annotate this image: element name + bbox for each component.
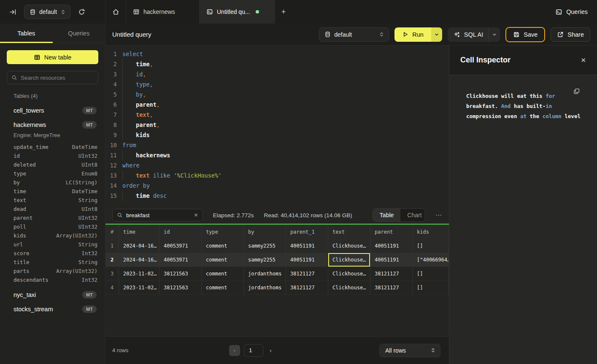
next-page-button[interactable]: ›: [267, 347, 274, 354]
table-cell[interactable]: 2023-11-02…: [119, 281, 159, 294]
sql-ai-button[interactable]: SQL AI: [448, 31, 488, 38]
results-search[interactable]: ✕: [112, 209, 203, 221]
tab-hackernews[interactable]: hackernews: [126, 0, 200, 24]
column-header-time[interactable]: time: [119, 225, 159, 239]
line-number: 10: [105, 140, 122, 150]
column-header-id[interactable]: id: [159, 225, 202, 239]
table-cell[interactable]: []: [413, 281, 449, 294]
line-text: parent,: [136, 120, 160, 130]
table-cell[interactable]: 2023-11-02…: [119, 267, 159, 280]
queries-button[interactable]: Queries: [555, 8, 588, 16]
previous-page-button[interactable]: ‹: [229, 345, 240, 356]
table-row[interactable]: 32023-11-02…38121563commentjordanthoms38…: [105, 267, 449, 281]
results-search-input[interactable]: [126, 212, 191, 218]
more-options-button[interactable]: ⋯: [435, 211, 442, 219]
table-cell[interactable]: jordanthoms: [244, 281, 286, 294]
resource-search[interactable]: [7, 71, 98, 84]
column-header-parent[interactable]: parent: [370, 225, 413, 239]
run-button[interactable]: Run: [394, 27, 431, 42]
share-button[interactable]: Share: [551, 27, 590, 42]
table-cell[interactable]: comment: [202, 239, 244, 253]
tab-home[interactable]: [106, 0, 126, 24]
table-cell[interactable]: 40053971: [159, 253, 202, 267]
table-cell[interactable]: 40051191: [286, 253, 328, 267]
save-button[interactable]: Save: [505, 27, 545, 42]
table-cell[interactable]: 38121127: [286, 267, 328, 280]
chevron-right-icon: ›: [270, 347, 272, 354]
token: order by: [122, 182, 150, 189]
sidebar-table-hackernews[interactable]: hackernewsMT: [7, 118, 98, 132]
sql-ai-label: SQL AI: [464, 31, 483, 38]
table-cell[interactable]: []: [413, 239, 449, 253]
view-toggle-chart[interactable]: Chart: [400, 209, 425, 221]
column-header-by[interactable]: by: [244, 225, 286, 239]
table-cell[interactable]: Clickhouse…: [328, 281, 370, 294]
run-options-button[interactable]: [431, 27, 442, 42]
results-empty-area: [105, 295, 449, 336]
sidebar-tab-queries[interactable]: Queries: [53, 24, 105, 43]
tab-untitled-query[interactable]: Untitled qu...: [200, 0, 275, 24]
copy-cell-button[interactable]: [573, 88, 580, 95]
column-type: Enum8: [81, 170, 97, 177]
sidebar-table-cell_towers[interactable]: cell_towersMT: [7, 103, 98, 118]
table-cell[interactable]: 40051191: [286, 239, 328, 253]
table-cell[interactable]: 38121127: [370, 281, 413, 294]
new-tab-button[interactable]: +: [275, 0, 292, 24]
column-header-#[interactable]: #: [105, 225, 119, 239]
column-header-text[interactable]: text: [328, 225, 370, 239]
sidebar-table-stocks_stream[interactable]: stocks_streamMT: [7, 302, 98, 316]
table-cell[interactable]: 38121563: [159, 281, 202, 294]
column-type: UInt32: [78, 224, 97, 230]
table-cell[interactable]: Clickhouse…: [328, 239, 370, 253]
collapse-sidebar-icon: [9, 8, 16, 16]
collapse-sidebar-button[interactable]: [8, 7, 18, 17]
table-row[interactable]: 12024-04-16…40053971commentsammy22554005…: [105, 239, 449, 253]
table-row[interactable]: 22024-04-16…40053971commentsammy22554005…: [105, 253, 449, 267]
resource-search-input[interactable]: [21, 75, 94, 81]
table-cell[interactable]: 38121127: [286, 281, 328, 294]
database-selector-top[interactable]: default: [24, 5, 70, 19]
chevron-down-icon: [492, 32, 497, 37]
sidebar-tab-tables[interactable]: Tables: [0, 24, 53, 43]
close-inspector-button[interactable]: ✕: [581, 57, 586, 64]
column-header-kids[interactable]: kids: [413, 225, 449, 239]
column-header-parent_1[interactable]: parent_1: [286, 225, 328, 239]
table-cell[interactable]: jordanthoms: [244, 267, 286, 280]
table-cell[interactable]: []: [413, 267, 449, 280]
sql-ai-options-button[interactable]: [488, 27, 500, 42]
table-cell[interactable]: comment: [202, 253, 244, 267]
table-cell[interactable]: 2024-04-16…: [119, 239, 159, 253]
cell-inspector-title: Cell Inspector: [460, 56, 511, 65]
table-cell[interactable]: sammy2255: [244, 253, 286, 267]
table-cell[interactable]: comment: [202, 281, 244, 294]
table-cell[interactable]: 38121563: [159, 267, 202, 280]
sql-editor[interactable]: 1select2time,3id,4type,5by,6parent,7text…: [105, 46, 449, 207]
column-name: url: [14, 241, 23, 248]
new-table-button[interactable]: New table: [7, 50, 98, 64]
table-cell[interactable]: 40053971: [159, 239, 202, 253]
cell-value-token: column: [543, 113, 562, 119]
table-cell[interactable]: 2024-04-16…: [119, 253, 159, 267]
view-toggle-table[interactable]: Table: [373, 209, 400, 221]
table-row[interactable]: 42023-11-02…38121563commentjordanthoms38…: [105, 281, 449, 295]
token: parent: [136, 101, 157, 108]
table-icon: [133, 8, 140, 15]
refresh-button[interactable]: [76, 7, 87, 17]
table-cell[interactable]: Clickhouse…: [328, 267, 370, 280]
table-cell[interactable]: 38121127: [370, 267, 413, 280]
table-cell[interactable]: Clickhouse…: [328, 253, 370, 267]
clear-search-button[interactable]: ✕: [194, 212, 198, 218]
sidebar-table-nyc_taxi[interactable]: nyc_taxiMT: [7, 288, 98, 302]
page-size-selector[interactable]: All rows: [379, 344, 440, 357]
page-number-input[interactable]: [244, 344, 263, 357]
column-header-type[interactable]: type: [202, 225, 244, 239]
table-cell[interactable]: 40051191: [370, 253, 413, 267]
table-cell[interactable]: comment: [202, 267, 244, 280]
table-cell[interactable]: sammy2255: [244, 239, 286, 253]
database-selector-toolbar[interactable]: default: [319, 27, 389, 42]
cell-value-token: has built-: [511, 103, 546, 109]
table-cell[interactable]: 40051191: [370, 239, 413, 253]
table-cell[interactable]: ["40066964…: [413, 253, 449, 267]
indent-guide: [122, 110, 123, 120]
token: ,: [150, 61, 153, 67]
